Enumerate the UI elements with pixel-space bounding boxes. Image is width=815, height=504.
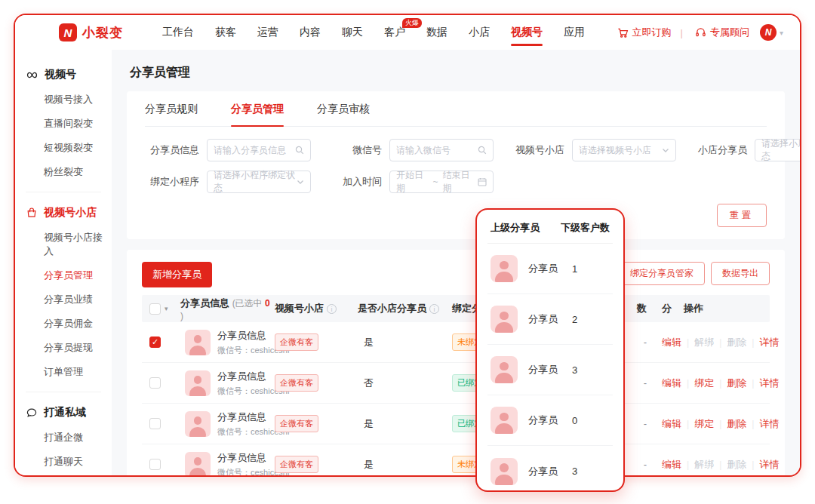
nav-item-channels[interactable]: 视频号 [500,15,553,50]
sharer-info-cell: 分享员信息 微信号：ceshiceshi [176,410,270,438]
date-range-text: 开始日期 ~ 结束日期 [396,169,475,195]
detail-link[interactable]: 详情 [759,336,779,349]
popup-row: 分享员 1 [487,244,613,294]
row-checkbox[interactable] [149,418,161,429]
chat-bubble-icon [26,407,38,419]
shop-member-select[interactable]: 请选择小店分享员状态 [755,139,800,161]
member-info-input[interactable] [214,145,292,155]
is-shop-member-value: 是 [353,336,447,349]
user-avatar[interactable]: N [760,24,777,41]
tab-sharer-rules[interactable]: 分享员规则 [145,91,198,126]
detail-link[interactable]: 详情 [759,417,779,431]
bind-link[interactable]: 绑定 [694,417,714,431]
chevron-down-icon[interactable]: ▾ [780,29,783,37]
popup-sharer-count: 3 [572,466,577,477]
reset-button[interactable]: 重置 [717,204,767,227]
advisor-link[interactable]: 专属顾问 [692,26,749,39]
nav-item-customer[interactable]: 客户 火爆 [374,15,416,50]
popup-sharer-count: 3 [572,364,577,376]
info-icon[interactable]: i [429,304,439,314]
subscribe-label: 立即订购 [632,26,672,39]
sidebar-divider [26,392,101,392]
subscribe-link[interactable]: 立即订购 [614,26,672,39]
sharer-info-cell: 分享员信息 微信号：ceshiceshi [176,329,270,356]
sharer-avatar [491,407,518,434]
brand-logo[interactable]: N 小裂变 [59,23,123,41]
shop-select[interactable]: 请选择视频号小店 [572,139,676,161]
nav-item-acquire[interactable]: 获客 [205,15,247,50]
mini-program-select[interactable]: 请选择小程序绑定状态 [207,171,311,193]
tab-sharer-manage[interactable]: 分享员管理 [231,91,284,126]
row-checkbox[interactable] [149,459,161,470]
sidebar-section-shop[interactable]: 视频号小店 [15,200,112,226]
wechat-input[interactable] [396,145,475,155]
header-actions: 分 操作 [651,302,770,315]
wechat-input-wrap [389,139,494,161]
nav-item-chat[interactable]: 聊天 [331,15,374,50]
filter-shop-member: 小店分享员 请选择小店分享员状态 [693,139,800,161]
sidebar-item-shop-access[interactable]: 视频号小店接入 [15,226,112,263]
topbar: N 小裂变 工作台 获客 运营 内容 聊天 客户 火爆 数据 小店 视频号 应用 [15,15,800,50]
popup-sharer-count: 0 [572,415,577,426]
nav-item-workbench[interactable]: 工作台 [152,15,205,50]
sidebar-item-fans-fission[interactable]: 粉丝裂变 [15,160,112,184]
info-icon[interactable]: i [327,304,337,314]
tabs: 分享员规则 分享员管理 分享员审核 [145,91,767,127]
sidebar-item-sharer-withdraw[interactable]: 分享员提现 [15,336,112,360]
edit-link[interactable]: 编辑 [662,336,681,349]
nav-item-content[interactable]: 内容 [289,15,331,50]
delete-link[interactable]: 删除 [727,417,746,431]
sidebar-item-live-fission[interactable]: 直播间裂变 [15,112,112,136]
sidebar-section-channels[interactable]: 视频号 [15,62,112,88]
reset-row: 重置 [145,193,767,227]
sidebar-item-video-fission[interactable]: 短视频裂变 [15,136,112,160]
delete-link[interactable]: 删除 [727,376,746,390]
sidebar-item-sharer-commission[interactable]: 分享员佣金 [15,312,112,336]
unbind-link: 解绑 [694,336,714,349]
sidebar-item-sharer-performance[interactable]: 分享员业绩 [15,287,112,312]
filters-card: 分享员规则 分享员管理 分享员审核 分享员信息 [127,91,785,239]
edit-link[interactable]: 编辑 [662,417,681,431]
unbind-link: 解绑 [694,458,714,472]
wecom-tag: 企微有客 [275,333,318,351]
nav-item-shop[interactable]: 小店 [458,15,500,50]
checkbox-dropdown-caret[interactable]: ▾ [165,305,168,312]
sidebar-item-connect-wecom[interactable]: 打通企微 [15,426,112,450]
sidebar-item-sharer-manage[interactable]: 分享员管理 [15,263,112,287]
sharer-info-cell: 分享员信息 微信号：ceshiceshi [176,370,270,397]
chevron-down-icon [662,146,669,154]
edit-link[interactable]: 编辑 [662,376,681,390]
nav-item-data[interactable]: 数据 [416,15,458,50]
filter-label: 微信号 [328,143,382,157]
app-window: N 小裂变 工作台 获客 运营 内容 聊天 客户 火爆 数据 小店 视频号 应用 [14,14,801,477]
search-icon [295,146,304,155]
edit-link[interactable]: 编辑 [662,458,681,472]
detail-link[interactable]: 详情 [759,458,779,472]
sidebar-item-connect-chat[interactable]: 打通聊天 [15,450,112,474]
advisor-label: 专属顾问 [710,26,749,39]
tab-sharer-review[interactable]: 分享员审核 [317,91,370,126]
filter-row-2: 绑定小程序 请选择小程序绑定状态 加入时间 [145,171,767,193]
row-checkbox[interactable] [149,377,161,389]
topbar-right: 立即订购 | 专属顾问 N ▾ [614,24,783,41]
shop-bag-icon [26,207,38,219]
sidebar-item-order-manage[interactable]: 订单管理 [15,360,112,384]
row-checkbox[interactable]: ✓ [149,337,161,348]
sidebar-divider [26,192,101,192]
sidebar-section-private[interactable]: 打通私域 [15,400,112,426]
export-button[interactable]: 数据导出 [711,262,770,285]
sidebar: 视频号 视频号接入 直播间裂变 短视频裂变 粉丝裂变 视频号小店 视频号小店接入… [15,50,112,477]
sharer-avatar [185,330,211,355]
bind-link[interactable]: 绑定 [694,376,714,390]
select-all-checkbox[interactable] [149,303,161,315]
header-status-clipped: 分 [662,302,672,315]
popup-col-count: 下级客户数 [561,221,610,235]
nav-item-apps[interactable]: 应用 [553,15,595,50]
sidebar-item-channels-access[interactable]: 视频号接入 [15,88,112,112]
add-sharer-button[interactable]: 新增分享员 [142,262,212,287]
table-card: 新增分享员 改 绑定分享员管家 数据导出 ▾ [127,250,785,477]
join-time-range[interactable]: 开始日期 ~ 结束日期 [389,171,494,193]
detail-link[interactable]: 详情 [759,376,779,390]
bind-manager-button[interactable]: 绑定分享员管家 [619,262,705,285]
nav-item-operate[interactable]: 运营 [247,15,289,50]
